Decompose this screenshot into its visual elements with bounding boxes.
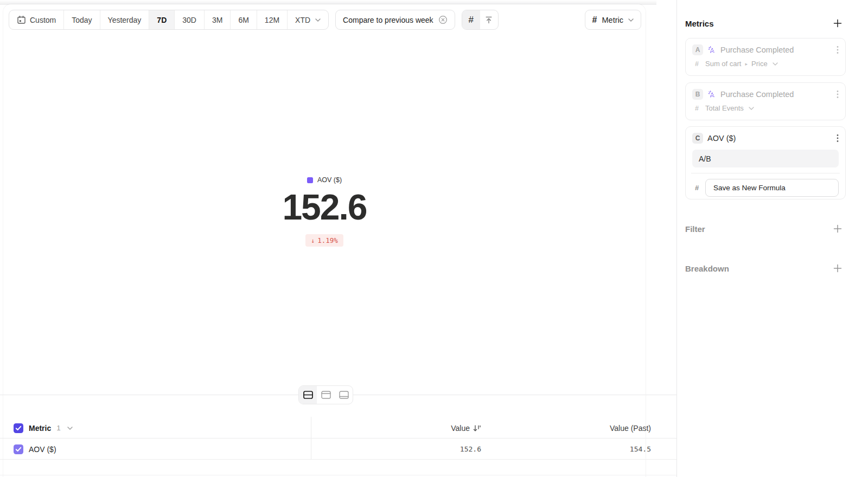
hash-icon: # (592, 15, 597, 25)
metric-column-header: Metric (29, 424, 51, 433)
filter-title: Filter (685, 224, 705, 234)
main-panel: Custom Today Yesterday 7D 30D 3M 6M 12M … (0, 0, 676, 477)
big-number-value: 152.6 (3, 186, 646, 228)
split-view-icon (303, 391, 313, 399)
add-metric-button[interactable] (833, 18, 843, 28)
date-range-xtd[interactable]: XTD (288, 10, 328, 29)
hash-icon: # (468, 15, 473, 25)
value-past-column-header[interactable]: Value (Past) (610, 424, 651, 433)
legend-swatch (307, 177, 313, 183)
more-options-icon[interactable] (837, 90, 839, 99)
event-sparkle-icon (707, 90, 716, 99)
toolbar: Custom Today Yesterday 7D 30D 3M 6M 12M … (9, 10, 641, 30)
table-header-row: Metric 1 Value Value ( (0, 417, 676, 439)
chevron-down-icon[interactable] (67, 427, 73, 430)
table-only-toggle[interactable] (335, 386, 353, 404)
panel-bottom-icon (339, 391, 349, 399)
formula-input[interactable]: A/B (692, 150, 839, 167)
metric-badge: A (692, 44, 703, 55)
row-value-past: 154.5 (630, 445, 651, 453)
breakdown-title: Breakdown (685, 264, 729, 273)
chart-only-toggle[interactable] (317, 386, 335, 404)
date-range-label: Custom (30, 16, 56, 24)
divider (0, 459, 676, 460)
delta-row: ↓ 1.19% (3, 234, 646, 247)
select-all-checkbox[interactable] (14, 423, 23, 433)
more-options-icon[interactable] (837, 134, 839, 143)
hash-icon: # (692, 184, 701, 192)
filter-section-header: Filter (685, 224, 843, 234)
date-range-30d[interactable]: 30D (175, 10, 205, 29)
metric-card-b[interactable]: B Purchase Completed # Total Events (685, 82, 846, 120)
add-filter-button[interactable] (833, 224, 843, 234)
row-checkbox[interactable] (14, 444, 23, 454)
row-metric-name: AOV ($) (29, 445, 56, 454)
query-sidebar: Metrics A Purchase Completed # Sum of ca… (676, 0, 868, 477)
delta-badge: ↓ 1.19% (305, 234, 343, 247)
split-view-toggle[interactable] (299, 386, 317, 404)
value-column-header[interactable]: Value (451, 424, 481, 433)
divider (311, 417, 311, 459)
aggregation-selector[interactable]: # Total Events (692, 104, 839, 112)
panel-top-icon (321, 391, 331, 399)
value-mode-control: # (462, 10, 499, 30)
report-card: Custom Today Yesterday 7D 30D 3M 6M 12M … (3, 4, 646, 477)
metric-type-dropdown[interactable]: # Metric (585, 10, 641, 30)
formula-metric-name: AOV ($) (707, 134, 832, 143)
metric-card-a[interactable]: A Purchase Completed # Sum of cart ▸ Pri… (685, 38, 846, 76)
date-range-12m[interactable]: 12M (257, 10, 288, 29)
breakdown-section-header: Breakdown (685, 263, 843, 273)
date-range-yesterday[interactable]: Yesterday (100, 10, 150, 29)
save-as-new-formula-button[interactable]: Save as New Formula (705, 179, 839, 197)
metric-event-name: Purchase Completed (720, 90, 832, 99)
aggregation-selector[interactable]: # Sum of cart ▸ Price (692, 60, 839, 68)
chevron-down-icon (749, 107, 754, 110)
metric-badge: B (692, 89, 703, 100)
absolute-number-toggle[interactable]: # (462, 10, 480, 29)
calendar-icon (17, 15, 26, 24)
metrics-title: Metrics (685, 19, 714, 28)
date-range-today[interactable]: Today (64, 10, 100, 29)
hash-icon: # (692, 60, 701, 68)
divider (691, 173, 840, 173)
chevron-down-icon (773, 62, 778, 66)
date-range-3m[interactable]: 3M (205, 10, 231, 29)
divider (0, 475, 676, 475)
metric-event-name: Purchase Completed (720, 46, 832, 54)
date-range-control: Custom Today Yesterday 7D 30D 3M 6M 12M … (9, 10, 329, 30)
metrics-section-header: Metrics (685, 18, 843, 28)
remove-compare-icon[interactable] (438, 15, 448, 24)
hash-icon: # (692, 105, 701, 112)
layout-toggle-group (298, 385, 353, 404)
metric-badge: C (692, 133, 703, 144)
event-sparkle-icon (707, 46, 716, 54)
uplift-toggle[interactable] (480, 10, 498, 29)
metric-card-c[interactable]: C AOV ($) A/B # Save as New Formula (685, 126, 846, 199)
chart-legend: AOV ($) (3, 176, 646, 184)
triangle-separator-icon: ▸ (745, 61, 748, 67)
arrow-down-icon: ↓ (311, 237, 315, 244)
sort-descending-icon (473, 424, 481, 432)
more-options-icon[interactable] (837, 46, 839, 54)
delta-value: 1.19% (317, 236, 338, 244)
legend-label: AOV ($) (317, 176, 342, 184)
row-value: 152.6 (460, 445, 481, 453)
chevron-down-icon (315, 18, 321, 22)
compare-chip-label: Compare to previous week (343, 16, 433, 24)
date-range-custom[interactable]: Custom (9, 10, 64, 29)
add-breakdown-button[interactable] (833, 263, 843, 273)
date-range-6m[interactable]: 6M (231, 10, 257, 29)
date-range-7d[interactable]: 7D (149, 10, 175, 29)
table-row: AOV ($) 152.6 154.5 (0, 439, 676, 460)
arrow-up-to-line-icon (484, 16, 493, 24)
metric-count: 1 (56, 424, 61, 432)
metric-dropdown-label: Metric (602, 16, 623, 24)
chevron-down-icon (628, 18, 634, 22)
compare-chip[interactable]: Compare to previous week (335, 10, 455, 30)
